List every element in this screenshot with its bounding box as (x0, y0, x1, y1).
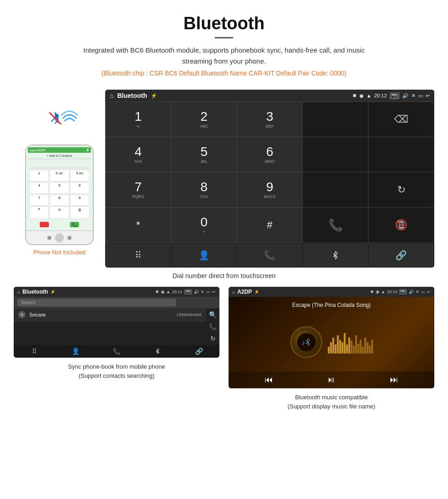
dial-call-green[interactable]: 📞 (303, 208, 368, 242)
contact-row[interactable]: S Seicane 13566664466 (14, 308, 206, 322)
back-small: ↩ (212, 290, 216, 294)
pb-link-icon[interactable]: 🔗 (178, 348, 219, 355)
bt-music: ✱ (370, 290, 374, 294)
wifi-bluetooth-icon (41, 108, 78, 140)
home-icon-small: ⌂ (17, 290, 20, 295)
phonebook-content: S Seicane 13566664466 🔍 📞 ↻ (14, 308, 219, 345)
dial-key-4[interactable]: 4 GHI (106, 137, 171, 172)
phonebook-right-icons: 🔍 📞 ↻ (206, 308, 219, 345)
bottom-bt-icon[interactable] (303, 243, 368, 267)
music-topbar: ⌂ A2DP ⚡ ✱ ◉ ▲ 20:15 📷 🔊 ✕ ▭ ↩ (229, 287, 434, 297)
bt-small: ✱ (155, 290, 159, 294)
phonebook-caption: Sync phone-book from mobile phone (Suppo… (68, 362, 165, 380)
album-art: ♪ (290, 326, 322, 358)
time-small: 20:11 (172, 290, 182, 294)
loc-small: ◉ (161, 290, 165, 294)
music-topbar-icons: ✱ ◉ ▲ 20:15 📷 🔊 ✕ ▭ ↩ (370, 289, 431, 295)
dial-key-3[interactable]: 3 DEF (237, 102, 303, 137)
music-caption: Bluetooth music compatible (Support disp… (288, 393, 375, 411)
dial-key-1[interactable]: 1 ∞ (106, 102, 171, 137)
refresh-right-icon[interactable]: ↻ (210, 335, 216, 342)
close-music: ✕ (416, 290, 419, 294)
dial-call-red[interactable]: 📵 (368, 208, 434, 242)
close-small: ✕ (201, 290, 204, 294)
win-small: ▭ (206, 290, 210, 294)
bottom-dialpad-icon[interactable]: ⠿ (106, 243, 171, 267)
dialpad-caption: Dial number direct from touchscreen (0, 272, 448, 279)
vol-music: 🔊 (409, 290, 414, 294)
search-right-icon[interactable]: 🔍 (209, 311, 217, 318)
main-section: ●●● MORF ▶ + Add to Contacts 1 2 ABC 3 D… (0, 90, 448, 268)
contact-number: 13566664466 (176, 312, 202, 317)
phonebook-topbar-icons: ✱ ◉ ▲ 20:11 📷 🔊 ✕ ▭ ↩ (155, 289, 216, 295)
dialpad-container: ⌂ Bluetooth ⚡ ✱ ◉ ▲ 20:12 📷 🔊 ✕ ▭ ↩ (105, 90, 434, 268)
dial-redial[interactable]: ↻ (368, 172, 434, 207)
home-icon: ⌂ (110, 92, 113, 99)
dial-empty-4 (303, 172, 368, 207)
bottom-section: ⌂ Bluetooth ⚡ ✱ ◉ ▲ 20:11 📷 🔊 ✕ ▭ ↩ (0, 287, 448, 411)
bottom-contacts-icon[interactable]: 👤 (171, 243, 237, 267)
phonebook-card: ⌂ Bluetooth ⚡ ✱ ◉ ▲ 20:11 📷 🔊 ✕ ▭ ↩ (14, 287, 219, 411)
dial-empty-1 (303, 102, 368, 137)
time-display: 20:12 (374, 93, 387, 98)
home-icon-music: ⌂ (232, 290, 235, 295)
pb-dialpad-icon[interactable]: ⠿ (14, 348, 55, 355)
phone-mockup: ●●● MORF ▶ + Add to Contacts 1 2 ABC 3 D… (25, 145, 94, 245)
usb-icon-small: ⚡ (50, 290, 55, 294)
usb-icon-music: ⚡ (254, 290, 259, 294)
dial-key-5[interactable]: 5 JKL (171, 137, 237, 172)
contact-name: Seicane (29, 312, 176, 317)
cam-music: 📷 (399, 289, 407, 295)
album-inner: ♪ (297, 333, 315, 351)
loc-music: ◉ (376, 290, 379, 294)
prev-track-icon[interactable]: ⏮ (265, 375, 273, 385)
pb-contacts-icon[interactable]: 👤 (55, 348, 96, 355)
bottom-phone-icon[interactable]: 📞 (237, 243, 303, 267)
volume-icon: 🔊 (402, 93, 409, 99)
svg-text:♪: ♪ (302, 339, 305, 346)
window-icon: ▭ (418, 93, 423, 99)
page-header: Bluetooth Integrated with BC6 Bluetooth … (0, 0, 448, 90)
location-icon: ◉ (359, 93, 364, 99)
bottom-link-icon[interactable]: 🔗 (368, 243, 434, 267)
dial-key-7[interactable]: 7 PQRS (106, 172, 171, 207)
song-title: Escape (The Pina Colada Song) (292, 302, 371, 308)
contact-avatar: S (18, 311, 26, 318)
play-pause-icon[interactable]: ⏯ (327, 375, 336, 385)
bt-icon: ✱ (352, 93, 357, 99)
page-title: Bluetooth (9, 14, 439, 33)
pb-phone-icon[interactable]: 📞 (96, 348, 137, 355)
dial-key-star[interactable]: * (106, 208, 171, 242)
dial-key-6[interactable]: 6 MNO (237, 137, 303, 172)
dial-key-9[interactable]: 9 WXYZ (237, 172, 303, 207)
phonebook-topbar: ⌂ Bluetooth ⚡ ✱ ◉ ▲ 20:11 📷 🔊 ✕ ▭ ↩ (14, 287, 219, 297)
sig-small: ▲ (166, 290, 171, 294)
phone-area: ●●● MORF ▶ + Add to Contacts 1 2 ABC 3 D… (14, 90, 105, 256)
phonebook-screen: ⌂ Bluetooth ⚡ ✱ ◉ ▲ 20:11 📷 🔊 ✕ ▭ ↩ (14, 287, 219, 358)
music-content-area: Escape (The Pina Colada Song) ♪ (229, 297, 434, 388)
sig-music: ▲ (381, 290, 385, 294)
phonebook-bottom-bar: ⠿ 👤 📞 🔗 (14, 345, 219, 358)
next-track-icon[interactable]: ⏭ (390, 375, 398, 385)
dial-key-8[interactable]: 8 TUV (171, 172, 237, 207)
search-display[interactable]: Search (17, 299, 176, 306)
dial-key-hash[interactable]: # (237, 208, 303, 242)
music-card: ⌂ A2DP ⚡ ✱ ◉ ▲ 20:15 📷 🔊 ✕ ▭ ↩ (229, 287, 434, 411)
dial-backspace[interactable]: ⌫ (368, 102, 434, 137)
music-screen: ⌂ A2DP ⚡ ✱ ◉ ▲ 20:15 📷 🔊 ✕ ▭ ↩ (229, 287, 434, 388)
dial-key-2[interactable]: 2 ABC (171, 102, 237, 137)
music-controls: ⏮ ⏯ ⏭ (229, 371, 434, 388)
title-underline (215, 37, 233, 38)
back-icon: ↩ (426, 93, 430, 99)
dialpad-bottom-bar: ⠿ 👤 📞 🔗 (105, 243, 434, 268)
camera-icon: 📷 (389, 92, 400, 99)
cam-small: 📷 (184, 289, 192, 295)
phone-right-icon[interactable]: 📞 (209, 323, 217, 330)
dialpad-screen: ⌂ Bluetooth ⚡ ✱ ◉ ▲ 20:12 📷 🔊 ✕ ▭ ↩ (105, 90, 434, 268)
dial-empty-3 (368, 137, 434, 172)
orange-info: (Bluetooth chip : CSR BC6 Default Blueto… (9, 70, 439, 77)
dial-key-0[interactable]: 0 + (171, 208, 237, 242)
signal-icon: ▲ (367, 93, 372, 98)
dialpad-grid: 1 ∞ 2 ABC 3 DEF ⌫ 4 GHI (105, 102, 434, 243)
pb-bt-icon[interactable] (137, 348, 178, 355)
